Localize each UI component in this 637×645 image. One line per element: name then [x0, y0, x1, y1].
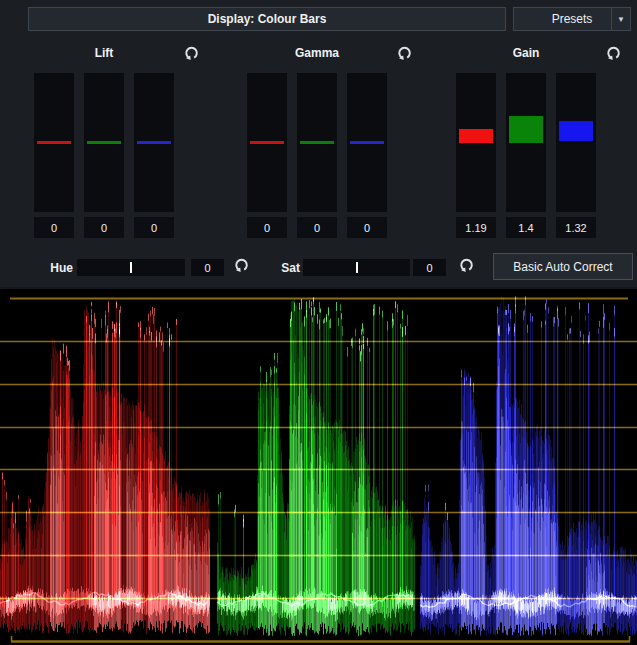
gamma-green-slider[interactable]	[297, 73, 337, 212]
gamma-green-value[interactable]: 0	[297, 217, 337, 238]
lift-blue-handle[interactable]	[137, 141, 171, 144]
gain-green-slider[interactable]	[506, 73, 546, 212]
gamma-red-slider[interactable]	[247, 73, 287, 212]
gain-blue-value[interactable]: 1.32	[556, 217, 596, 238]
gamma-red-handle[interactable]	[250, 141, 284, 144]
gamma-red-value[interactable]: 0	[247, 217, 287, 238]
lift-blue-value[interactable]: 0	[134, 217, 174, 238]
gain-blue-handle[interactable]	[559, 121, 593, 141]
reset-icon	[233, 257, 250, 274]
gain-green-handle[interactable]	[509, 116, 543, 143]
reset-icon	[183, 45, 200, 62]
reset-icon	[605, 45, 622, 62]
waveform-scope-panel	[0, 287, 637, 645]
gamma-title: Gamma	[247, 46, 387, 60]
reset-icon	[396, 45, 413, 62]
gamma-blue-value[interactable]: 0	[347, 217, 387, 238]
sat-slider[interactable]	[303, 259, 410, 276]
colour-correct-panel: { "header": { "display_button": "Display…	[0, 0, 637, 645]
hue-reset-button[interactable]	[233, 257, 250, 274]
sat-reset-button[interactable]	[458, 257, 475, 274]
sat-label: Sat	[262, 261, 300, 275]
lift-green-value[interactable]: 0	[84, 217, 124, 238]
gain-group: Gain 1.19 1.4 1.32	[456, 44, 630, 244]
lift-red-handle[interactable]	[37, 141, 71, 144]
gamma-blue-slider[interactable]	[347, 73, 387, 212]
lift-red-value[interactable]: 0	[34, 217, 74, 238]
hue-slider-tick[interactable]	[130, 262, 132, 273]
hue-label: Hue	[40, 261, 73, 275]
gain-red-slider[interactable]	[456, 73, 496, 212]
gain-reset-button[interactable]	[605, 45, 622, 62]
lift-title: Lift	[34, 46, 174, 60]
lift-blue-slider[interactable]	[134, 73, 174, 212]
presets-button[interactable]: Presets ▼	[513, 7, 631, 31]
hue-value[interactable]: 0	[191, 259, 224, 276]
presets-dropdown-arrow[interactable]: ▼	[611, 8, 630, 30]
hue-slider[interactable]	[77, 259, 185, 276]
sat-value[interactable]: 0	[413, 259, 446, 276]
gamma-group: Gamma 0 0 0	[247, 44, 421, 244]
gamma-green-handle[interactable]	[300, 141, 334, 144]
gamma-reset-button[interactable]	[396, 45, 413, 62]
reset-icon	[458, 257, 475, 274]
lift-reset-button[interactable]	[183, 45, 200, 62]
gain-blue-slider[interactable]	[556, 73, 596, 212]
lift-green-handle[interactable]	[87, 141, 121, 144]
basic-auto-correct-button[interactable]: Basic Auto Correct	[493, 253, 633, 280]
gain-title: Gain	[456, 46, 596, 60]
sat-slider-tick[interactable]	[356, 262, 358, 273]
gain-red-handle[interactable]	[459, 129, 493, 143]
rgb-parade-waveform	[0, 289, 637, 645]
display-source-button[interactable]: Display: Colour Bars	[28, 7, 506, 31]
chevron-down-icon: ▼	[617, 15, 625, 24]
lift-red-slider[interactable]	[34, 73, 74, 212]
gain-green-value[interactable]: 1.4	[506, 217, 546, 238]
lift-green-slider[interactable]	[84, 73, 124, 212]
gain-red-value[interactable]: 1.19	[456, 217, 496, 238]
gamma-blue-handle[interactable]	[350, 141, 384, 144]
lift-group: Lift 0 0 0	[34, 44, 208, 244]
